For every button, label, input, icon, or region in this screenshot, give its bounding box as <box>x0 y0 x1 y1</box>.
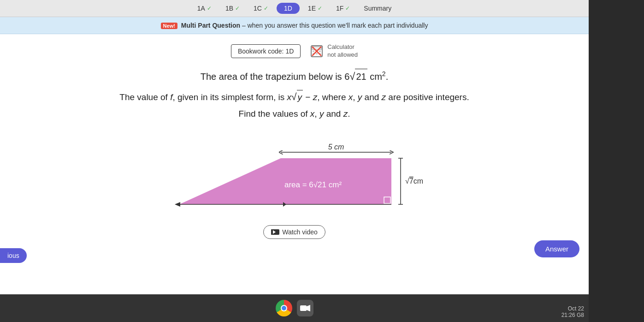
tab-1E[interactable]: 1E ✓ <box>302 3 328 14</box>
calculator-badge: Calculator not allowed <box>310 43 358 59</box>
tab-1A-label: 1A <box>197 5 205 12</box>
question-line3: Find the values of x, y and z. <box>239 109 350 119</box>
tab-1F-label: 1F <box>336 5 343 12</box>
tab-1A-check: ✓ <box>207 5 212 12</box>
screen: 1A ✓ 1B ✓ 1C ✓ 1D 1E ✓ 1F ✓ Summary New!… <box>0 0 589 294</box>
svg-text:5 cm: 5 cm <box>328 143 344 151</box>
svg-rect-4 <box>319 51 321 52</box>
question-line1: The area of the trapezium below is 6√21 … <box>201 68 388 84</box>
tab-1E-label: 1E <box>308 5 316 12</box>
tab-1B[interactable]: 1B ✓ <box>220 3 245 14</box>
info-row: Bookwork code: 1D <box>231 43 358 59</box>
main-content: Bookwork code: 1D <box>0 34 589 294</box>
system-date: Oct 22 <box>561 305 584 312</box>
video-icon <box>271 229 279 235</box>
previous-button[interactable]: ious <box>0 248 27 263</box>
answer-button[interactable]: Answer <box>534 240 579 257</box>
trapezium-diagram: 5 cm √7cm area = 6√21 cm² <box>165 133 424 216</box>
new-question-banner: New! Multi Part Question – when you answ… <box>0 17 589 34</box>
question-line2: The value of f, given in its simplest fo… <box>119 89 469 104</box>
system-info: Oct 22 21:26 G8 <box>561 305 584 318</box>
banner-title: Multi Part Question <box>181 22 240 29</box>
svg-marker-26 <box>307 305 310 311</box>
chrome-icon[interactable] <box>276 300 292 316</box>
new-badge: New! <box>161 23 177 29</box>
tab-1D-label: 1D <box>284 5 292 12</box>
calculator-line1: Calculator <box>327 43 358 51</box>
tab-1B-check: ✓ <box>235 5 240 12</box>
tab-1A[interactable]: 1A ✓ <box>192 3 217 14</box>
banner-description: – when you answer this question we'll ma… <box>242 22 428 29</box>
svg-rect-6 <box>316 53 318 54</box>
camera-taskbar-icon[interactable] <box>297 300 313 316</box>
svg-text:√7cm: √7cm <box>405 177 423 185</box>
taskbar <box>0 294 589 322</box>
tab-1C[interactable]: 1C ✓ <box>248 3 274 14</box>
tab-1C-check: ✓ <box>264 5 268 12</box>
svg-text:area = 6√21 cm²: area = 6√21 cm² <box>284 180 341 189</box>
tab-bar: 1A ✓ 1B ✓ 1C ✓ 1D 1E ✓ 1F ✓ Summary <box>0 0 589 17</box>
svg-marker-23 <box>277 231 279 233</box>
bookwork-code: Bookwork code: 1D <box>231 44 301 58</box>
calculator-icon <box>310 45 324 58</box>
tab-1C-label: 1C <box>254 5 262 12</box>
calculator-text: Calculator not allowed <box>327 43 358 59</box>
calculator-line2: not allowed <box>327 51 358 59</box>
tab-1E-check: ✓ <box>318 5 322 12</box>
tab-1D[interactable]: 1D <box>277 3 300 14</box>
svg-rect-2 <box>313 51 314 52</box>
tab-summary-label: Summary <box>364 5 391 12</box>
tab-summary[interactable]: Summary <box>358 3 397 14</box>
system-time: 21:26 G8 <box>561 312 584 318</box>
watch-video-label: Watch video <box>282 228 318 236</box>
svg-rect-25 <box>300 305 307 311</box>
watch-video-button[interactable]: Watch video <box>263 225 325 239</box>
tab-1F-check: ✓ <box>345 5 350 12</box>
tab-1B-label: 1B <box>225 5 233 12</box>
svg-marker-19 <box>175 202 180 207</box>
tab-1F[interactable]: 1F ✓ <box>331 3 355 14</box>
